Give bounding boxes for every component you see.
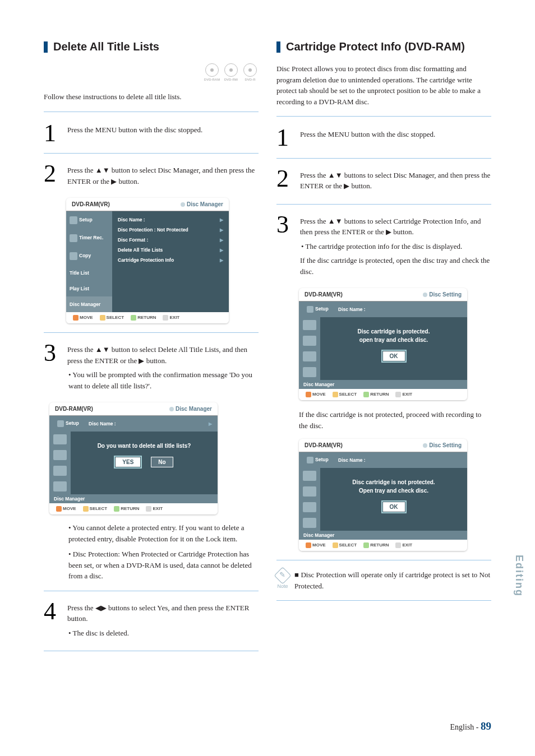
ui-mini-sidebar: [299, 317, 320, 380]
ui-content: Disc Name :▶ Disc Protection : Not Prote…: [112, 211, 229, 312]
ui-header-right: Disc Manager: [176, 406, 212, 412]
sidebar-timer[interactable]: Timer Rec.: [66, 229, 112, 247]
no-button[interactable]: No: [151, 457, 173, 467]
heading-cartridge: Cartridge Protect Info (DVD-RAM): [276, 40, 491, 53]
step-number: 2: [276, 168, 292, 195]
step-3: 3 Press the ▲▼ button to select Delete A…: [44, 342, 259, 395]
ui-delete-confirm-screenshot: DVD-RAM(VR) Disc Manager Setup Disc Name…: [49, 402, 218, 514]
divider: [276, 560, 491, 560]
ui-header-right: Disc Manager: [187, 201, 223, 207]
step-2-text: Press the ▲▼ buttons to select Disc Mana…: [300, 170, 491, 192]
step-3-text-2: If the disc cartridge is protected, open…: [300, 255, 491, 277]
step-4-bullet-1: • The disc is deleted.: [68, 628, 259, 639]
disc-badges: DVD-RAM DVD-RW DVD-R: [44, 63, 259, 81]
step-2: 2 Press the ▲▼ button to select Disc Man…: [44, 163, 259, 190]
step-number: 1: [276, 127, 292, 149]
sidebar-title-list[interactable]: Title List: [66, 265, 112, 281]
step-3-bullet-3: • Disc Protection: When Protected or Car…: [68, 549, 259, 582]
step-3-bullet: • The cartridge protection info for the …: [301, 241, 491, 252]
disc-badge-ram: DVD-RAM: [204, 63, 220, 81]
dialog-message: Disc cartridge is protected.open tray an…: [326, 327, 462, 344]
disc-manager-label: Disc Manager: [49, 494, 218, 503]
disc-manager-label: Disc Manager: [299, 380, 467, 389]
step-3-bullet-1: • You will be prompted with the confirma…: [68, 369, 259, 391]
page-number: 89: [481, 720, 491, 732]
ui-mini-sidebar: [299, 468, 320, 531]
intro-text: Disc Protect allows you to protect discs…: [276, 63, 491, 107]
step-4-text: Press the ◀▶ buttons to select Yes, and …: [67, 602, 259, 624]
heading-delete-all: Delete All Title Lists: [44, 40, 259, 53]
accent-bar: [44, 41, 48, 53]
ui-footer: MOVE SELECT RETURN EXIT: [299, 389, 467, 400]
note-text: Disc Protection will operate only if car…: [294, 571, 490, 590]
step-1-text: Press the MENU button with the disc stop…: [67, 124, 259, 136]
row-cartridge-info[interactable]: Cartridge Protection Info▶: [117, 255, 224, 265]
divider: [276, 600, 491, 601]
step-1-text: Press the MENU button with the disc stop…: [300, 129, 491, 140]
divider: [276, 158, 491, 159]
ui-disc-manager-screenshot: DVD-RAM(VR) Disc Manager Setup Timer Rec…: [66, 198, 229, 323]
step-4: 4 Press the ◀▶ buttons to select Yes, an…: [44, 600, 259, 642]
disc-manager-label: Disc Manager: [299, 531, 467, 540]
divider: [276, 116, 491, 117]
sidebar-copy[interactable]: Copy: [66, 247, 112, 265]
step-3-text: Press the ▲▼ buttons to select Cartridge…: [300, 216, 491, 238]
divider: [44, 153, 259, 154]
sidebar-play-list[interactable]: Play List: [66, 281, 112, 296]
step-1: 1 Press the MENU button with the disc st…: [44, 122, 259, 145]
step-number: 4: [44, 600, 59, 642]
step-3-r: 3 Press the ▲▼ buttons to select Cartrid…: [276, 214, 491, 281]
ok-button[interactable]: OK: [382, 351, 405, 361]
note-label-text: Note: [277, 583, 288, 589]
ui-header-left: DVD-RAM(VR): [72, 201, 110, 207]
step-number: 1: [44, 122, 59, 145]
ui-protected-screenshot: DVD-RAM(VR) Disc Setting Setup Disc Name…: [299, 288, 467, 400]
disc-badge-rw: DVD-RW: [223, 63, 239, 81]
ui-header-left: DVD-RAM(VR): [55, 406, 93, 412]
ui-footer: MOVE SELECT RETURN EXIT: [49, 503, 218, 514]
row-protection[interactable]: Disc Protection : Not Protected▶: [117, 225, 224, 235]
step-1-r: 1 Press the MENU button with the disc st…: [276, 127, 491, 149]
sidebar-setup[interactable]: Setup: [66, 211, 112, 229]
ui-header-right: Disc Setting: [429, 442, 462, 448]
ui-footer: MOVE SELECT RETURN EXIT: [299, 540, 467, 551]
divider: [44, 112, 259, 112]
divider: [276, 204, 491, 205]
note-block: Note ■ Disc Protection will operate only…: [276, 569, 491, 591]
ui-footer: MOVE SELECT RETURN EXIT: [66, 312, 229, 323]
disc-badge-r: DVD-R: [242, 63, 259, 81]
ui-not-protected-screenshot: DVD-RAM(VR) Disc Setting Setup Disc Name…: [299, 439, 467, 551]
divider: [44, 651, 259, 651]
step-number: 2: [44, 163, 59, 190]
step-3-text: Press the ▲▼ button to select Delete All…: [67, 344, 259, 366]
step-number: 3: [44, 342, 59, 395]
step-2-r: 2 Press the ▲▼ buttons to select Disc Ma…: [276, 168, 491, 195]
step-number: 3: [276, 214, 292, 281]
heading-text: Delete All Title Lists: [53, 40, 159, 53]
step-2-text: Press the ▲▼ button to select Disc Manag…: [67, 165, 259, 187]
dialog-message: Do you want to delete all title lists?: [76, 442, 212, 450]
row-disc-name[interactable]: Disc Name :▶: [117, 215, 224, 225]
heading-text: Cartridge Protect Info (DVD-RAM): [286, 40, 465, 53]
divider: [44, 332, 259, 333]
page-footer: English - 89: [450, 720, 491, 732]
sidebar-disc-manager[interactable]: Disc Manager: [66, 296, 112, 312]
yes-button[interactable]: YES: [115, 457, 141, 467]
ui-header-left: DVD-RAM(VR): [305, 291, 343, 298]
after-ui1-text: If the disc cartridge is not protected, …: [299, 409, 491, 431]
divider: [44, 591, 259, 591]
footer-lang: English -: [450, 723, 481, 731]
row-format[interactable]: Disc Format :▶: [117, 235, 224, 245]
side-tab-editing: Editing: [513, 555, 525, 597]
ui-mini-sidebar: [49, 432, 71, 494]
ui-header-right: Disc Setting: [429, 291, 462, 298]
dialog-message: Disc cartridge is not protected.Open tra…: [326, 478, 462, 495]
row-delete-all[interactable]: Delete All Title Lists▶: [117, 245, 224, 255]
intro-text: Follow these instructions to delete all …: [44, 91, 259, 103]
ui-header-left: DVD-RAM(VR): [305, 442, 343, 448]
ok-button[interactable]: OK: [382, 502, 405, 512]
accent-bar: [276, 41, 280, 53]
note-icon: [274, 567, 291, 585]
ui-sidebar: Setup Timer Rec. Copy Title List Play Li…: [66, 211, 112, 312]
step-3-bullet-2: • You cannot delete a protected entry. I…: [68, 522, 259, 544]
